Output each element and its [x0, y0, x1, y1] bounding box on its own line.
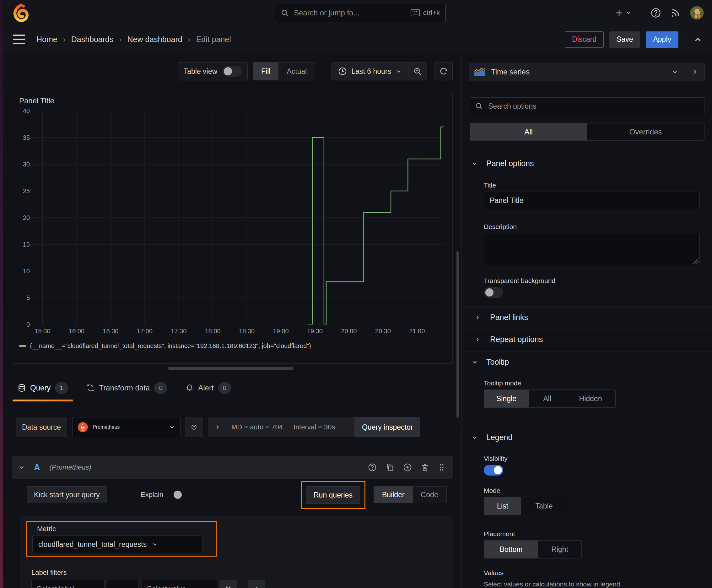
legend-mode-list[interactable]: List [484, 497, 521, 515]
delete-query-icon[interactable] [421, 463, 429, 472]
query-editor-controls: Kick start your query Explain Run querie… [0, 484, 453, 519]
breadcrumb-dashboards[interactable]: Dashboards [71, 35, 114, 44]
select-label-dropdown[interactable]: Select label [31, 580, 105, 588]
tab-overrides[interactable]: Overrides [587, 123, 704, 141]
run-queries-button[interactable]: Run queries [306, 486, 360, 504]
pane-resize-handle[interactable] [168, 367, 294, 370]
collapse-query-icon[interactable] [18, 464, 25, 471]
data-source-help-button[interactable] [185, 417, 203, 437]
builder-option[interactable]: Builder [374, 486, 413, 503]
main-pane-scrollbar[interactable] [456, 251, 459, 418]
legend-placement-right[interactable]: Right [538, 541, 581, 558]
zoom-out-time-icon[interactable] [408, 67, 427, 76]
time-series-chart[interactable] [33, 111, 444, 324]
disable-query-eye-icon[interactable] [403, 463, 412, 472]
legend-placement-bottom[interactable]: Bottom [484, 541, 538, 558]
grafana-logo-icon[interactable] [11, 3, 31, 23]
label-filters-label: Label filters [31, 569, 67, 577]
y-axis-labels: 0510152025303540 [18, 111, 30, 324]
series-legend-label: {__name__="cloudflared_tunnel_total_requ… [30, 342, 311, 350]
breadcrumb-home[interactable]: Home [37, 35, 58, 44]
tab-transform-data[interactable]: Transform data 0 [86, 374, 167, 401]
panel-title: Panel Title [19, 97, 54, 105]
panel-view-toolbar: Table view Fill Actual Last 6 hours [178, 62, 453, 80]
panel-title-input[interactable] [484, 192, 700, 209]
select-value-dropdown[interactable]: Select value [142, 580, 218, 588]
x-axis-tick: 20:30 [375, 328, 391, 335]
x-axis-tick: 21:00 [409, 328, 425, 335]
table-view-toggle[interactable] [222, 66, 242, 77]
news-rss-button[interactable] [671, 8, 681, 18]
legend-section-header[interactable]: Legend [471, 433, 512, 442]
chevron-down-icon [471, 434, 478, 441]
legend-visibility-toggle[interactable] [484, 465, 503, 476]
alert-count-badge: 0 [218, 382, 231, 394]
tab-alert[interactable]: Alert 0 [186, 374, 231, 401]
tab-query[interactable]: Query 1 [18, 374, 68, 401]
discard-button[interactable]: Discard [565, 31, 604, 48]
add-filter-button[interactable]: + [248, 580, 265, 588]
query-help-icon[interactable] [368, 463, 377, 472]
description-textarea[interactable] [484, 233, 700, 265]
chevron-down-icon [395, 68, 402, 75]
options-search-input[interactable] [488, 102, 699, 111]
series-legend-item[interactable]: {__name__="cloudflared_tunnel_total_requ… [19, 342, 311, 350]
tooltip-hidden-option[interactable]: Hidden [566, 390, 615, 407]
fill-option[interactable]: Fill [253, 63, 278, 80]
query-section: Query 1 Transform data 0 Alert 0 [0, 374, 461, 588]
x-axis-tick: 18:00 [205, 328, 221, 335]
kick-start-query-button[interactable]: Kick start your query [27, 486, 107, 503]
y-axis-tick: 35 [23, 134, 30, 141]
tooltip-single-option[interactable]: Single [484, 390, 528, 407]
breadcrumb-separator: › [63, 35, 66, 44]
actual-option[interactable]: Actual [278, 63, 315, 80]
save-button[interactable]: Save [609, 31, 640, 48]
help-button[interactable] [650, 7, 661, 18]
panel-options-section-header[interactable]: Panel options [471, 159, 534, 168]
options-search-box[interactable] [470, 97, 705, 115]
tab-all-options[interactable]: All [470, 123, 587, 141]
y-axis-tick: 5 [26, 294, 30, 301]
breadcrumb-new-dashboard[interactable]: New dashboard [127, 35, 182, 44]
apply-button[interactable]: Apply [646, 31, 678, 48]
tooltip-all-option[interactable]: All [528, 390, 566, 407]
x-axis-tick: 17:00 [137, 328, 153, 335]
time-range-button[interactable]: Last 6 hours [332, 67, 408, 76]
title-field-label: Title [484, 182, 496, 189]
chart-region: 0510152025303540 15:3016:0016:3017:0017:… [18, 111, 446, 335]
query-ref-id[interactable]: A [34, 463, 40, 472]
search-input[interactable] [293, 8, 406, 18]
panel-preview-card: Panel Title 0510152025303540 15:3016:001… [12, 91, 453, 364]
tooltip-section-header[interactable]: Tooltip [471, 357, 509, 366]
x-axis-tick: 18:30 [239, 328, 255, 335]
legend-placement-label: Placement [484, 530, 515, 538]
x-axis-tick: 19:30 [307, 328, 323, 335]
panel-edit-actions: Discard Save Apply [565, 31, 703, 48]
series-color-swatch [19, 345, 26, 347]
legend-mode-table[interactable]: Table [521, 497, 567, 515]
panel-links-section[interactable]: Panel links [474, 313, 528, 322]
query-inspector-button[interactable]: Query inspector [354, 417, 420, 437]
operator-dropdown[interactable]: = [107, 580, 138, 588]
remove-filter-button[interactable]: ✕ [219, 580, 237, 588]
user-avatar[interactable] [690, 6, 704, 20]
refresh-button[interactable] [434, 62, 453, 80]
query-options-bar[interactable]: MD = auto = 704 Interval = 30s [208, 417, 364, 437]
menu-toggle-icon[interactable] [13, 35, 25, 44]
drag-query-grip-icon[interactable] [438, 463, 445, 472]
add-new-button[interactable] [614, 8, 631, 18]
global-search-box[interactable]: ctrl+k [275, 4, 446, 22]
code-option[interactable]: Code [413, 486, 447, 503]
duplicate-query-icon[interactable] [386, 463, 394, 472]
x-axis-tick: 19:00 [273, 328, 289, 335]
chevron-down-icon [671, 68, 678, 76]
data-source-picker[interactable]: Prometheus [72, 417, 180, 437]
repeat-options-section[interactable]: Repeat options [474, 335, 543, 344]
visualization-picker[interactable]: Time series [469, 63, 705, 81]
metric-select[interactable]: cloudflared_tunnel_total_requests [33, 536, 202, 553]
textarea-resize-handle[interactable] [693, 258, 698, 264]
chart-plot-area[interactable] [33, 111, 444, 324]
transparent-background-toggle[interactable] [484, 287, 503, 298]
toggle-viz-picker-icon[interactable] [685, 68, 705, 76]
collapse-header-icon[interactable] [693, 35, 703, 44]
